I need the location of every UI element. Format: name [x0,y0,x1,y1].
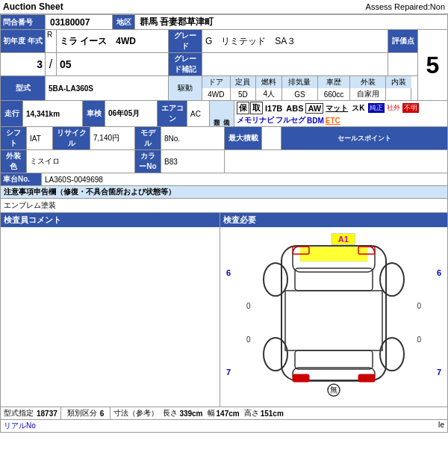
max-load-value [262,127,281,150]
car-svg [244,227,423,407]
door-label: ドア [202,76,230,88]
spec-cells: ドア 定員 燃料 排気量 車歴 外装 内装 4WD 5D 4人 GS 660cc… [202,76,418,101]
length-value: 339cm [179,409,202,418]
eq-etc: ETC [326,117,340,125]
eq-memory-navi: メモリナビ [237,115,274,126]
svg-point-9 [264,338,287,371]
length-label: 長さ [163,408,178,418]
top-info-table: 問合番号 03180007 地区 群馬 吾妻郡草津町 [0,14,448,30]
type-value: 5BA-LA360S [46,76,169,101]
year-num: 3 [1,53,46,76]
sales-point-label: セールスポイント [281,127,447,150]
num-6-left: 6 [226,268,231,277]
chassis-label: 車台No. [1,173,42,186]
mileage-label: 走行 [1,101,23,127]
eq-pure: 純正 [368,103,385,113]
model-label: モデル [135,127,161,150]
equipment-label: 書類装備 [210,101,234,127]
chassis-table: 車台No. LA360S-0049698 [0,173,448,186]
year-label: 初年度 年式 [1,30,46,53]
a1-label: A1 [332,233,355,245]
grade-note-value [202,53,388,76]
category-label: 類別区分 [67,408,97,418]
svg-rect-0 [281,246,386,380]
auction-no-label: 問合番号 [1,15,46,30]
height-label: 高さ [244,408,259,418]
inspection-section: 検査必要 A1 6 6 7 7 0 0 0 0 無 [220,213,448,407]
bottom-bar: 型式指定 18737 類別区分 6 寸法（参考） 長さ 339cm 幅 147c… [0,407,448,420]
seat-label: 定員 [230,76,256,88]
svg-point-8 [380,263,404,296]
shift-label: シフト [1,127,27,150]
footer-row: リアルNo Ie [0,420,448,433]
bottom-sections: 検査員コメント 検査必要 A1 6 6 7 7 0 0 0 0 無 [0,213,448,407]
mileage-value: 14,341km [23,101,83,127]
assess-status: Assess Repaired:Non [366,2,445,11]
interior-value [411,88,417,100]
inspection-header: 検査必要 [220,213,447,227]
drive-value: 4WD [202,88,230,100]
car-diagram: A1 6 6 7 7 0 0 0 0 無 [220,227,447,407]
drive-label: 駆動 [169,76,202,101]
car-name: ミラ イース 4WD [57,30,169,53]
height-value: 151cm [261,409,284,418]
type-designation-label: 型式指定 [4,408,34,418]
svg-point-7 [264,263,287,296]
eq-tori: 取 [250,102,263,114]
engine-label: 排気量 [282,76,318,88]
ac-label: エアコン [158,101,187,127]
inspector-comment-body [1,227,220,407]
shift-table: シフト IAT リサイクル 7,140円 モデル 8No. 最大積載 セールスポ… [0,127,448,173]
fuel-value: GS [282,88,318,100]
type-designation-value: 18737 [37,409,57,418]
year-prefix: R [46,30,57,53]
eq-aw: AW [305,103,323,114]
ac-value: AC [187,101,210,127]
empty-cell [225,150,448,173]
grade-note-label: グレード補記 [169,53,202,76]
eq-mat: マット [324,103,349,114]
door-value: 5D [230,88,256,100]
chassis-value: LA360S-0049698 [42,173,448,186]
auction-no-value: 03180007 [46,15,113,30]
serial-label: リアルNo [4,421,36,431]
svg-rect-13 [293,374,309,382]
svg-rect-14 [358,374,375,382]
inspector-section: 検査員コメント [0,213,220,407]
notice-table: 注意事項申告欄（修復・不具合箇所および状態等） エンブレム塗装 [0,186,448,213]
engine-value: 660cc [317,88,349,100]
width-label: 幅 [208,408,215,418]
svg-rect-2 [300,247,367,262]
fuel-label: 燃料 [256,76,282,88]
category-cell: 類別区分 6 [61,407,111,419]
seat-value: 4人 [256,88,282,100]
size-ref-label: 寸法（参考） [113,408,158,418]
notice-label: 注意事項申告欄（修復・不具合箇所および状態等） [1,186,448,199]
score-label: 評価点 [388,30,418,53]
width-value: 147cm [217,409,240,418]
inspection-value: 06年05月 [105,101,158,127]
eq-i17b: I17B [264,104,284,113]
num-7-left: 7 [226,368,231,377]
svg-rect-4 [285,291,382,350]
car-info-table: 初年度 年式 R ミラ イース 4WD グレード G リミテッド SA３ 評価点… [0,30,448,101]
auction-sheet-title: Auction Sheet [3,1,63,12]
eq-abs: ABS [284,104,305,113]
shift-value: IAT [27,127,53,150]
equipment-values: 保 取 I17B ABS AW マット スK 純正 社外 不明 メモリナビ フル… [234,101,448,127]
recycle-label: リサイクル [53,127,90,150]
mileage-table: 走行 14,341km 車検 06年05月 エアコン AC 書類装備 保 取 I… [0,101,448,127]
type-label: 型式 [1,76,46,101]
score-empty [388,53,418,76]
header: Auction Sheet Assess Repaired:Non [0,0,448,14]
eq-shaout: 社外 [385,103,402,113]
region-value: 群馬 吾妻郡草津町 [135,15,448,30]
model-value: 8No. [161,127,225,150]
car-type-label: 車歴 [317,76,349,88]
num-7-right: 7 [437,368,441,377]
eq-suk: スK [350,103,366,114]
score-value: 5 [418,30,448,101]
exterior-value [385,88,411,100]
region-label: 地区 [113,15,135,30]
ie-label: Ie [438,421,444,431]
